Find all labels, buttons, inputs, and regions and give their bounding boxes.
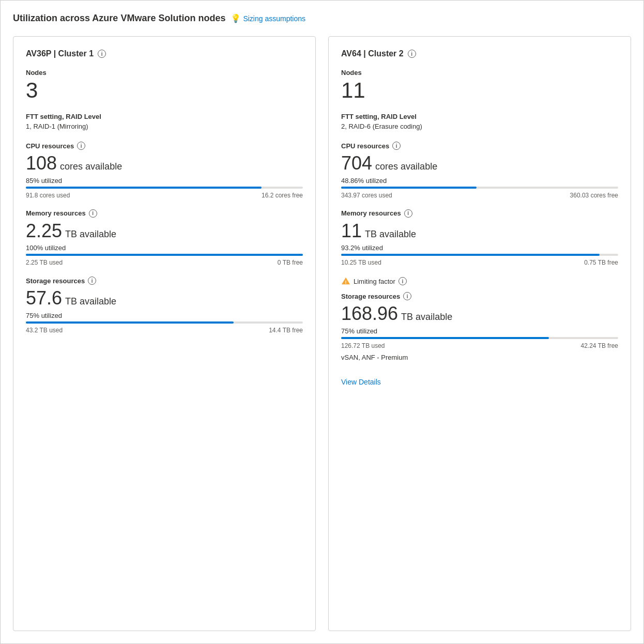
cluster1-storage-value: 57.6 xyxy=(26,288,62,309)
cluster2-memory-section: Memory resources i 11 TB available 93.2%… xyxy=(341,209,618,267)
cluster1-cpu-section: CPU resources i 108 cores available 85% … xyxy=(26,142,303,199)
cluster1-cpu-cores-row: 91.8 cores used 16.2 cores free xyxy=(26,192,303,199)
cluster2-storage-info-icon[interactable]: i xyxy=(403,292,411,300)
cluster2-storage-label: Storage resources xyxy=(341,293,400,300)
cluster2-info-icon[interactable]: i xyxy=(408,50,416,58)
cluster2-title: AV64 | Cluster 2 xyxy=(341,49,404,58)
cluster2-storage-progress-bar xyxy=(341,337,618,339)
sizing-link-label: Sizing assumptions xyxy=(243,14,305,23)
cluster1-storage-unit: TB available xyxy=(65,296,116,307)
cluster2-cpu-progress-bar xyxy=(341,187,618,189)
cluster1-storage-header: Storage resources i xyxy=(26,277,303,285)
cluster1-memory-cores-row: 2.25 TB used 0 TB free xyxy=(26,259,303,266)
cluster1-storage-utilized: 75% utilized xyxy=(26,312,303,319)
cluster1-storage-free: 14.4 TB free xyxy=(269,327,303,334)
cluster1-memory-free: 0 TB free xyxy=(278,259,303,266)
cluster1-info-icon[interactable]: i xyxy=(98,50,106,58)
cluster2-storage-value-row: 168.96 TB available xyxy=(341,303,618,324)
cluster1-storage-cores-row: 43.2 TB used 14.4 TB free xyxy=(26,327,303,334)
clusters-container: AV36P | Cluster 1 i Nodes 3 FTT setting,… xyxy=(13,36,631,631)
cluster2-memory-header: Memory resources i xyxy=(341,209,618,218)
cluster1-storage-label: Storage resources xyxy=(26,277,85,285)
cluster1-nodes-label: Nodes xyxy=(26,69,303,76)
cluster2-cpu-cores-row: 343.97 cores used 360.03 cores free xyxy=(341,192,618,199)
cluster2-cpu-info-icon[interactable]: i xyxy=(392,142,401,150)
limiting-factor-label: Limiting factor xyxy=(354,278,395,285)
cluster1-cpu-cores: 108 xyxy=(26,153,57,174)
cluster1-memory-utilized: 100% utilized xyxy=(26,244,303,252)
cluster2-storage-free: 42.24 TB free xyxy=(581,342,619,349)
warning-triangle-icon: ! xyxy=(341,277,350,286)
cluster1-nodes-value: 3 xyxy=(26,79,303,102)
cluster1-cpu-utilized: 85% utilized xyxy=(26,177,303,185)
cluster1-cpu-unit: cores available xyxy=(60,161,122,172)
cluster2-memory-info-icon[interactable]: i xyxy=(404,209,412,218)
cluster2-cpu-cores: 704 xyxy=(341,153,372,174)
cluster2-storage-used: 126.72 TB used xyxy=(341,342,385,349)
cluster2-storage-utilized: 75% utilized xyxy=(341,327,618,335)
cluster1-memory-label: Memory resources xyxy=(26,209,86,217)
cluster2-vsan-text: vSAN, ANF - Premium xyxy=(341,354,618,361)
cluster2-storage-value: 168.96 xyxy=(341,303,398,324)
cluster2-header: AV64 | Cluster 2 i xyxy=(341,49,618,58)
cluster1-memory-used: 2.25 TB used xyxy=(26,259,63,266)
cluster1-cpu-free: 16.2 cores free xyxy=(262,192,303,199)
cluster2-card: AV64 | Cluster 2 i Nodes 11 FTT setting,… xyxy=(328,36,631,631)
cluster2-memory-progress-fill xyxy=(341,254,600,256)
cluster1-memory-progress-bar xyxy=(26,254,303,256)
cluster2-memory-free: 0.75 TB free xyxy=(584,259,618,266)
cluster1-storage-used: 43.2 TB used xyxy=(26,327,63,334)
cluster2-cpu-label: CPU resources xyxy=(341,142,389,150)
cluster1-storage-progress-fill xyxy=(26,321,234,324)
cluster2-ftt-value: 2, RAID-6 (Erasure coding) xyxy=(341,122,618,130)
cluster1-nodes-section: Nodes 3 xyxy=(26,69,303,102)
cluster2-storage-unit: TB available xyxy=(401,312,452,323)
limiting-factor-row: ! Limiting factor i xyxy=(341,277,618,286)
page-header: Utilization across Azure VMware Solution… xyxy=(13,13,631,24)
cluster2-storage-header: Storage resources i xyxy=(341,292,618,300)
cluster2-memory-cores-row: 10.25 TB used 0.75 TB free xyxy=(341,259,618,266)
cluster2-nodes-label: Nodes xyxy=(341,69,618,76)
cluster1-storage-info-icon[interactable]: i xyxy=(88,277,96,285)
sizing-assumptions-link[interactable]: 💡 Sizing assumptions xyxy=(231,13,305,23)
cluster2-memory-value: 11 xyxy=(341,221,362,241)
cluster2-cpu-utilized: 48.86% utilized xyxy=(341,177,618,185)
cluster1-ftt-value: 1, RAID-1 (Mirroring) xyxy=(26,122,303,130)
cluster2-cpu-section: CPU resources i 704 cores available 48.8… xyxy=(341,142,618,199)
cluster2-cpu-value-row: 704 cores available xyxy=(341,153,618,174)
cluster1-memory-unit: TB available xyxy=(65,229,116,240)
cluster1-memory-header: Memory resources i xyxy=(26,209,303,218)
cluster1-cpu-progress-fill xyxy=(26,187,262,189)
lightbulb-icon: 💡 xyxy=(231,13,241,23)
cluster2-storage-cores-row: 126.72 TB used 42.24 TB free xyxy=(341,342,618,349)
view-details-link[interactable]: View Details xyxy=(341,378,618,386)
cluster2-memory-value-row: 11 TB available xyxy=(341,221,618,241)
cluster2-nodes-section: Nodes 11 xyxy=(341,69,618,102)
cluster1-header: AV36P | Cluster 1 i xyxy=(26,49,303,58)
cluster2-cpu-used: 343.97 cores used xyxy=(341,192,392,199)
cluster1-storage-section: Storage resources i 57.6 TB available 75… xyxy=(26,277,303,334)
cluster2-memory-label: Memory resources xyxy=(341,209,401,217)
cluster1-cpu-label: CPU resources xyxy=(26,142,74,150)
svg-text:!: ! xyxy=(345,280,347,285)
cluster2-cpu-header: CPU resources i xyxy=(341,142,618,150)
cluster1-cpu-progress-bar xyxy=(26,187,303,189)
cluster2-memory-used: 10.25 TB used xyxy=(341,259,381,266)
cluster1-storage-value-row: 57.6 TB available xyxy=(26,288,303,309)
cluster1-memory-progress-fill xyxy=(26,254,303,256)
cluster2-memory-utilized: 93.2% utilized xyxy=(341,244,618,252)
cluster2-cpu-progress-fill xyxy=(341,187,477,189)
cluster1-cpu-info-icon[interactable]: i xyxy=(77,142,85,150)
cluster1-memory-info-icon[interactable]: i xyxy=(89,209,97,218)
cluster2-ftt-label: FTT setting, RAID Level xyxy=(341,113,618,120)
cluster2-storage-section: Storage resources i 168.96 TB available … xyxy=(341,292,618,361)
limiting-factor-info-icon[interactable]: i xyxy=(398,277,407,285)
cluster1-cpu-value-row: 108 cores available xyxy=(26,153,303,174)
cluster1-memory-value: 2.25 xyxy=(26,221,62,241)
cluster2-cpu-unit: cores available xyxy=(375,161,437,172)
cluster1-storage-progress-bar xyxy=(26,321,303,324)
cluster1-memory-value-row: 2.25 TB available xyxy=(26,221,303,241)
cluster1-memory-section: Memory resources i 2.25 TB available 100… xyxy=(26,209,303,267)
cluster1-card: AV36P | Cluster 1 i Nodes 3 FTT setting,… xyxy=(13,36,316,631)
cluster2-ftt-section: FTT setting, RAID Level 2, RAID-6 (Erasu… xyxy=(341,113,618,131)
